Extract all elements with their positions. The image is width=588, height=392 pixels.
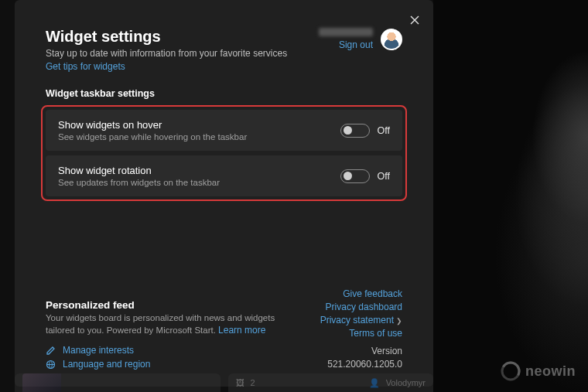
watermark-text: neowin [525,363,576,380]
desktop-wallpaper [433,0,588,392]
chevron-right-icon: ❯ [396,317,402,325]
setting-widget-rotation: Show widget rotation See updates from wi… [46,155,402,196]
taskbar-settings-highlight: Show widgets on hover See widgets pane w… [41,105,407,201]
footer-right-links: Give feedback Privacy dashboard Privacy … [320,288,402,370]
svg-point-1 [501,361,521,381]
site-watermark: neowin [501,361,576,381]
toggle-widget-rotation[interactable] [340,169,370,183]
peek-card [15,373,220,392]
setting-title: Show widget rotation [58,165,220,176]
image-count-icon: 🖼 [236,378,244,387]
widget-settings-panel: Widget settings Stay up to date with inf… [15,0,433,387]
page-title: Widget settings [46,28,287,46]
close-button[interactable] [407,12,422,28]
background-widgets-peek: 🖼 2 👤 Volodymyr [15,373,433,392]
setting-desc: See updates from widgets on the taskbar [58,178,220,187]
peek-card: 🖼 2 👤 Volodymyr [228,373,434,392]
page-subtitle: Stay up to date with information from yo… [46,48,287,59]
account-name-redacted [319,28,373,36]
sign-out-link[interactable]: Sign out [339,39,373,50]
feed-description: Your widgets board is personalized with … [46,312,285,337]
version-number: 521.20060.1205.0 [327,359,402,370]
manage-interests-link[interactable]: Manage interests [46,345,285,356]
account-block: Sign out [319,28,402,50]
give-feedback-link[interactable]: Give feedback [343,288,402,299]
neowin-logo-icon [501,361,521,381]
language-region-link[interactable]: Language and region [46,359,285,370]
setting-title: Show widgets on hover [58,119,247,131]
get-tips-link[interactable]: Get tips for widgets [46,61,125,72]
setting-show-on-hover: Show widgets on hover See widgets pane w… [46,110,402,151]
pencil-icon [46,346,56,356]
toggle-state-label: Off [378,125,390,136]
setting-desc: See widgets pane while hovering on the t… [58,132,247,141]
terms-of-use-link[interactable]: Terms of use [349,328,402,339]
feed-title: Personalized feed [46,299,285,311]
avatar[interactable] [381,29,402,50]
toggle-show-on-hover[interactable] [340,124,370,138]
globe-icon [46,360,56,370]
learn-more-link[interactable]: Learn more [218,325,265,336]
personalized-feed-block: Personalized feed Your widgets board is … [46,299,285,370]
peek-avatar-icon: 👤 [369,378,380,388]
version-label: Version [371,346,402,356]
privacy-dashboard-link[interactable]: Privacy dashboard [326,302,402,312]
taskbar-section-title: Widget taskbar settings [46,88,402,99]
close-icon [410,15,419,25]
privacy-statement-link[interactable]: Privacy statement❯ [320,315,402,326]
toggle-state-label: Off [378,171,390,182]
